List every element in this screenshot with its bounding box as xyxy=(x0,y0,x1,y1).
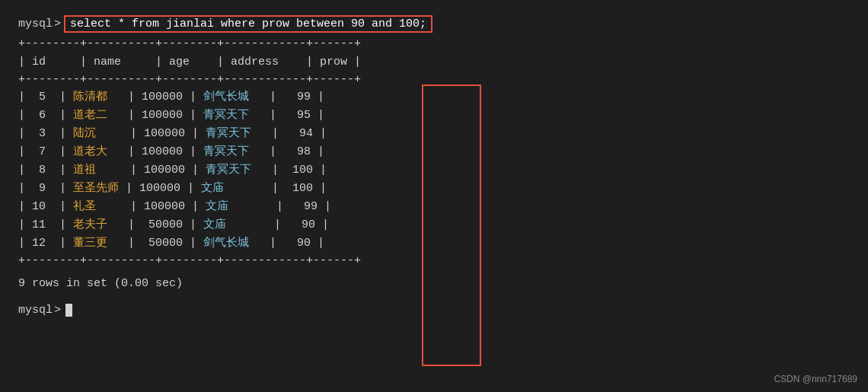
mysql-prompt: mysql xyxy=(18,18,53,30)
table-row: | 9 | 至圣先师 | 100000 | 文庙 | 100 | xyxy=(18,180,361,198)
divider-mid: +--------+----------+--------+----------… xyxy=(18,72,361,89)
table-row: | 6 | 道老二 | 100000 | 青冥天下 | 95 | xyxy=(18,107,361,125)
bottom-mysql-prompt: mysql xyxy=(18,304,53,317)
sql-prompt-line: mysql > select * from jianlai where prow… xyxy=(18,15,850,33)
cursor xyxy=(65,304,72,317)
table-row: | 7 | 道老大 | 100000 | 青冥天下 | 98 | xyxy=(18,143,361,161)
table-header: | id | name | age | address | prow | xyxy=(18,53,361,72)
bottom-prompt-line: mysql > xyxy=(18,304,850,317)
terminal: mysql > select * from jianlai where prow… xyxy=(18,15,850,317)
watermark: CSDN @nnn717689 xyxy=(774,374,857,384)
table-row: | 8 | 道祖 | 100000 | 青冥天下 | 100 | xyxy=(18,161,361,180)
sql-command: select * from jianlai where prow between… xyxy=(64,15,432,33)
prompt-arrow: > xyxy=(54,18,61,30)
table-row: | 11 | 老夫子 | 50000 | 文庙 | 90 | xyxy=(18,216,361,234)
prow-highlight-box xyxy=(422,84,481,366)
table-row: | 3 | 陆沉 | 100000 | 青冥天下 | 94 | xyxy=(18,125,361,143)
table-row: | 5 | 陈清都 | 100000 | 剑气长城 | 99 | xyxy=(18,88,361,107)
rows-info: 9 rows in set (0.00 sec) xyxy=(18,275,850,293)
table-container: +--------+----------+--------+----------… xyxy=(18,36,361,270)
table-row: | 10 | 礼圣 | 100000 | 文庙 | 99 | xyxy=(18,198,361,216)
divider-bottom: +--------+----------+--------+----------… xyxy=(18,253,361,270)
divider-top: +--------+----------+--------+----------… xyxy=(18,36,361,53)
bottom-prompt-arrow: > xyxy=(54,304,61,317)
table-row: | 12 | 董三更 | 50000 | 剑气长城 | 90 | xyxy=(18,234,361,253)
